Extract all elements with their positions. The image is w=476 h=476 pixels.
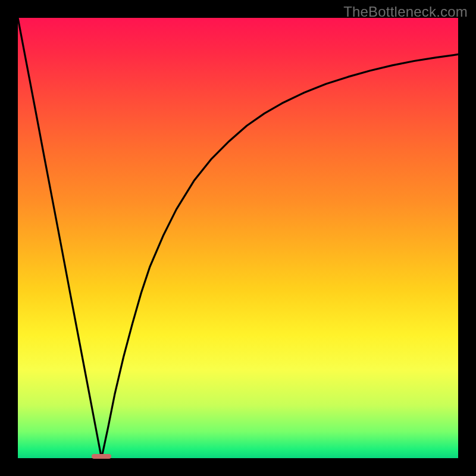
optimum-marker (92, 454, 111, 459)
chart-frame: TheBottleneck.com (0, 0, 476, 476)
plot-area (18, 18, 458, 458)
bottleneck-curve (18, 18, 458, 458)
